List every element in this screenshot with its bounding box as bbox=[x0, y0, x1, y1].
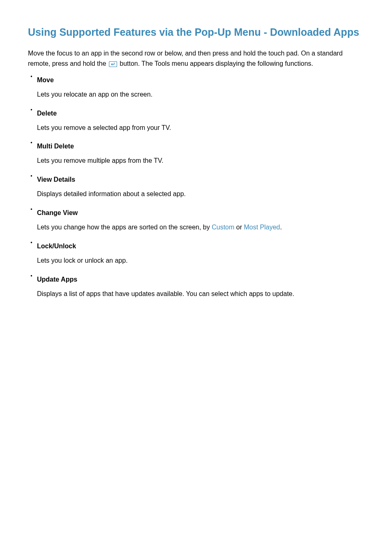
feature-title-move: Move bbox=[37, 73, 54, 87]
highlight-custom: Custom bbox=[212, 224, 234, 231]
intro-paragraph: Move the focus to an app in the second r… bbox=[28, 49, 364, 69]
desc-prefix: Lets you change how the apps are sorted … bbox=[37, 224, 212, 231]
feature-desc: Lets you relocate an app on the screen. bbox=[37, 90, 364, 100]
feature-desc: Lets you lock or unlock an app. bbox=[37, 256, 364, 266]
feature-title-multi-delete: Multi Delete bbox=[37, 139, 74, 153]
feature-list: Move Lets you relocate an app on the scr… bbox=[28, 73, 364, 299]
list-item: Multi Delete Lets you remove multiple ap… bbox=[37, 139, 364, 166]
desc-middle: or bbox=[234, 224, 244, 231]
feature-title-delete: Delete bbox=[37, 106, 57, 120]
intro-text-after: button. The Tools menu appears displayin… bbox=[118, 60, 313, 67]
feature-desc: Lets you remove multiple apps from the T… bbox=[37, 156, 364, 166]
list-item: Update Apps Displays a list of apps that… bbox=[37, 273, 364, 299]
feature-title-view-details: View Details bbox=[37, 173, 75, 187]
list-item: Lock/Unlock Lets you lock or unlock an a… bbox=[37, 239, 364, 266]
highlight-most-played: Most Played bbox=[244, 224, 280, 231]
page-title: Using Supported Features via the Pop-Up … bbox=[28, 25, 364, 39]
list-item: Change View Lets you change how the apps… bbox=[37, 206, 364, 233]
feature-title-change-view: Change View bbox=[37, 206, 78, 220]
feature-title-update-apps: Update Apps bbox=[37, 273, 77, 287]
list-item: View Details Displays detailed informati… bbox=[37, 173, 364, 199]
feature-desc: Lets you change how the apps are sorted … bbox=[37, 222, 364, 233]
enter-button-icon bbox=[109, 61, 117, 67]
list-item: Move Lets you relocate an app on the scr… bbox=[37, 73, 364, 100]
feature-desc: Displays a list of apps that have update… bbox=[37, 289, 364, 299]
list-item: Delete Lets you remove a selected app fr… bbox=[37, 106, 364, 133]
feature-desc: Displays detailed information about a se… bbox=[37, 189, 364, 199]
desc-suffix: . bbox=[280, 224, 281, 231]
feature-desc: Lets you remove a selected app from your… bbox=[37, 123, 364, 133]
feature-title-lock-unlock: Lock/Unlock bbox=[37, 239, 76, 253]
